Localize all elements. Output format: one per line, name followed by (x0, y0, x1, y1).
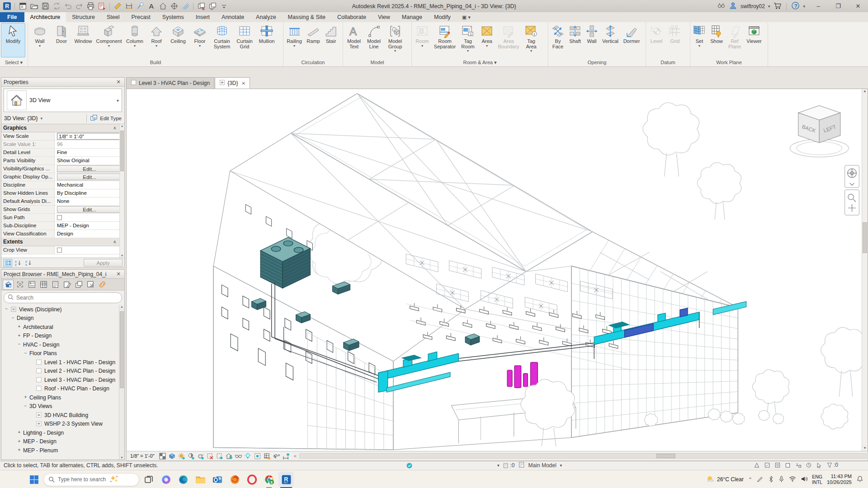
tree-expander-icon[interactable]: + (17, 324, 22, 329)
vertical-scrollbar[interactable]: ▲▼ (862, 89, 868, 451)
taskbar-app-task-view[interactable] (141, 472, 156, 487)
property-value[interactable] (55, 246, 124, 254)
drawing-canvas[interactable]: BACKLEFT ▲▼ (126, 89, 868, 451)
tree-scrollbar[interactable]: ▲▼ (119, 305, 124, 460)
ribbon-button-roof[interactable]: Roof▾ (146, 23, 167, 57)
displace-elements-icon[interactable] (272, 452, 281, 460)
property-input[interactable]: 1/8" = 1'-0" (57, 133, 122, 140)
ribbon-tab-analyze[interactable]: Analyze (250, 12, 282, 22)
ribbon-tab-precast[interactable]: Precast (125, 12, 156, 22)
show-crop-region-icon[interactable] (215, 452, 224, 460)
design-option-chevron-icon[interactable]: ▾ (560, 463, 562, 468)
tree-item-wshp-2-3-system-view[interactable]: WSHP 2-3 System View (1, 420, 124, 429)
revit-logo-icon[interactable]: R (2, 1, 12, 11)
worksharing-display-icon[interactable] (253, 452, 262, 460)
tree-item-ceiling-plans[interactable]: +Ceiling Plans (1, 393, 124, 402)
ribbon-button-viewer[interactable]: Viewer (744, 23, 764, 57)
restore-button[interactable]: ❐ (828, 0, 848, 12)
app-store-cart-icon[interactable] (773, 1, 782, 11)
edit-button[interactable]: Edit... (57, 174, 122, 180)
property-value[interactable] (55, 214, 124, 221)
horizontal-scrollbar[interactable] (299, 453, 867, 459)
navigation-bar[interactable] (845, 165, 859, 215)
worksets-status[interactable]: :0 (503, 462, 515, 469)
property-value[interactable]: Show Original (55, 157, 124, 164)
signed-in-user[interactable]: swiftroy02 (741, 3, 765, 9)
property-value[interactable]: Design (55, 230, 124, 238)
close-button[interactable]: ✕ (848, 0, 868, 12)
taskbar-app-file-explorer[interactable] (193, 472, 208, 487)
ribbon-tab-insert[interactable]: Insert (190, 12, 216, 22)
instance-selector[interactable]: 3D View: {3D} (4, 115, 38, 122)
section-icon[interactable] (169, 1, 179, 11)
ribbon-button-model-text[interactable]: AModelText (344, 23, 364, 57)
tree-item-level-2-hvac-plan-design[interactable]: Level 2 - HVAC Plan - Design (1, 367, 124, 376)
ribbon-tab-modify[interactable]: Modify (428, 12, 457, 22)
ribbon-tab-manage[interactable]: Manage (396, 12, 428, 22)
search-input[interactable] (16, 295, 118, 301)
text-icon[interactable]: A (146, 1, 156, 11)
view-tab-close-icon[interactable]: ✕ (242, 81, 245, 86)
tree-item-mep-design[interactable]: +MEP - Design (1, 437, 124, 446)
property-value[interactable]: Edit... (55, 173, 124, 181)
selection-filter-icon[interactable]: :0 (826, 462, 838, 468)
ribbon-button-stair[interactable]: Stair (322, 23, 340, 57)
ribbon-button-tag-area[interactable]: 1TagArea▾ (521, 23, 541, 57)
linked-models-browser-icon[interactable] (85, 280, 96, 290)
visual-style-icon[interactable] (158, 452, 167, 460)
user-dropdown-icon[interactable]: ▾ (768, 4, 770, 9)
property-value[interactable]: MEP - Design (55, 222, 124, 230)
properties-toggle-icon[interactable] (18, 1, 28, 11)
transfer-standards-icon[interactable] (97, 1, 107, 11)
ribbon-button-set[interactable]: Set▾ (691, 23, 708, 57)
properties-close-icon[interactable]: ✕ (115, 79, 122, 85)
project-browser-search[interactable] (4, 292, 122, 303)
ribbon-tab-file[interactable]: File (0, 12, 24, 22)
reveal-constraints-icon[interactable] (282, 452, 290, 460)
help-icon[interactable]: ? (791, 1, 800, 11)
taskbar-app-copilot[interactable] (158, 472, 174, 487)
annotation-browser-icon[interactable] (61, 280, 72, 290)
home-view-icon[interactable] (3, 280, 14, 290)
weather-widget[interactable]: 26°C Clear (706, 475, 744, 484)
redo-icon[interactable] (74, 1, 84, 11)
design-options-icon[interactable] (519, 462, 525, 469)
tree-item-level-3-hvac-plan-design[interactable]: Level 3 - HVAC Plan - Design (1, 375, 124, 385)
taskbar-app-firefox[interactable] (227, 472, 242, 487)
ribbon-button-ceiling[interactable]: Ceiling (167, 23, 189, 57)
ribbon-tab-collaborate[interactable]: Collaborate (331, 12, 372, 22)
property-checkbox[interactable] (57, 248, 62, 253)
property-value[interactable]: Edit... (55, 165, 124, 173)
press-drag-icon[interactable] (795, 462, 802, 468)
tree-expander-icon[interactable]: − (23, 351, 28, 356)
tree-expander-icon[interactable]: + (17, 430, 22, 435)
taskbar-app-outlook[interactable] (210, 472, 225, 487)
active-design-option[interactable]: Main Model (528, 462, 557, 469)
close-inactive-views-icon[interactable] (196, 1, 206, 11)
start-button[interactable] (26, 472, 42, 487)
property-value[interactable]: None (55, 197, 124, 205)
view-cube[interactable]: BACKLEFT (790, 106, 849, 157)
temporary-hide-isolate-icon[interactable] (234, 452, 243, 460)
ribbon-button-shaft[interactable]: Shaft (566, 23, 584, 57)
ribbon-tab-view[interactable]: View (372, 12, 396, 22)
tree-item-views-discipline[interactable]: −Views (Discipline) (1, 305, 124, 314)
tree-item-design[interactable]: −Design (1, 314, 124, 323)
tree-expander-icon[interactable]: − (17, 342, 22, 347)
schedules-browser-icon[interactable] (38, 280, 49, 290)
property-value[interactable]: 96 (55, 141, 124, 148)
render-icon[interactable] (196, 452, 205, 460)
shadows-icon[interactable] (187, 452, 195, 460)
type-selector-dropdown-icon[interactable]: ▾ (117, 98, 119, 103)
tree-item-3d-views[interactable]: −3D Views (1, 402, 124, 411)
ribbon-button-railing[interactable]: Railing▾ (284, 23, 304, 57)
ribbon-button-dormer[interactable]: Dormer (621, 23, 642, 57)
ribbon-tab-structure[interactable]: Structure (66, 12, 101, 22)
view-scale-button[interactable]: 1/8" = 1'-0" (130, 453, 155, 459)
tree-item-roof-hvac-plan-design[interactable]: Roof - HVAC Plan - Design (1, 385, 124, 394)
tree-expander-icon[interactable]: − (10, 316, 15, 321)
switch-windows-icon[interactable] (208, 1, 217, 11)
tree-expander-icon[interactable]: − (23, 404, 28, 409)
project-browser-close-icon[interactable]: ✕ (115, 271, 122, 277)
properties-filter-icon[interactable] (3, 259, 12, 267)
